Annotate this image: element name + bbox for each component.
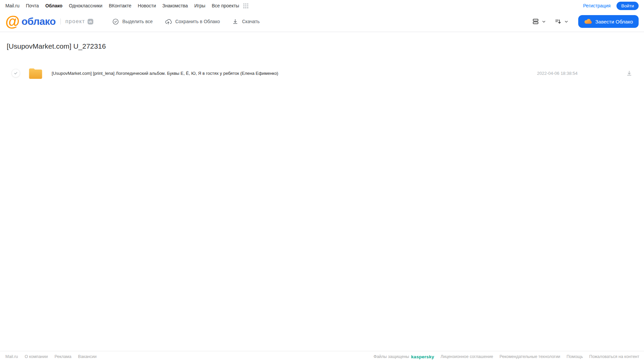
- file-row[interactable]: [UsupovMarket.com] [print_lena] Логопеди…: [0, 66, 644, 81]
- main-content: [UsupovMarket.com] U_272316 [UsupovMarke…: [0, 42, 644, 81]
- list-view-icon: [532, 18, 539, 25]
- topbar: Mail.ru Почта Облако Одноклассники ВКонт…: [0, 0, 644, 11]
- mailru-at-icon: @: [5, 15, 19, 28]
- file-date: 2022-04-06 18:38:54: [537, 71, 578, 76]
- select-all-label: Выделить все: [122, 19, 153, 24]
- check-icon: [13, 71, 18, 75]
- kaspersky-logo[interactable]: kaspersky: [411, 354, 434, 359]
- get-cloud-button[interactable]: Завести Облако: [578, 15, 639, 28]
- topbar-link-novosti[interactable]: Новости: [138, 3, 156, 8]
- topbar-link-pochta[interactable]: Почта: [26, 3, 39, 8]
- download-button[interactable]: Скачать: [232, 18, 260, 25]
- footer-link-recommendation-tech[interactable]: Рекомендательные технологии: [499, 354, 560, 359]
- toolbar: Выделить все Сохранить в Облако Скачать: [112, 18, 260, 25]
- topbar-link-vkontakte[interactable]: ВКонтакте: [109, 3, 131, 8]
- footer-link-jobs[interactable]: Вакансии: [78, 354, 97, 359]
- footer-link-report-content[interactable]: Пожаловаться на контент: [589, 354, 639, 359]
- topbar-link-oblako[interactable]: Облако: [45, 3, 62, 8]
- footer-link-about[interactable]: О компании: [25, 354, 48, 359]
- sort-icon: [554, 18, 562, 25]
- kaspersky-protected: Файлы защищены kaspersky: [374, 354, 434, 359]
- row-checkbox[interactable]: [11, 69, 20, 77]
- header-right: Завести Облако: [532, 15, 639, 28]
- download-icon: [232, 18, 239, 25]
- cloud-upload-icon: [165, 18, 172, 25]
- topbar-link-igry[interactable]: Игры: [194, 3, 205, 8]
- footer-link-license[interactable]: Лицензионное соглашение: [441, 354, 493, 359]
- footer-left: Mail.ru О компании Реклама Вакансии: [5, 354, 97, 359]
- vk-badge-icon: vk: [88, 19, 93, 24]
- header: @ облако проект vk Выделить все Сохранит…: [0, 11, 644, 32]
- file-name[interactable]: [UsupovMarket.com] [print_lena] Логопеди…: [52, 71, 530, 76]
- project-label: проект: [65, 18, 85, 24]
- logo-text: облако: [21, 16, 56, 27]
- folder-icon: [29, 68, 42, 79]
- topbar-right: Регистрация Войти: [583, 2, 639, 10]
- login-button[interactable]: Войти: [616, 2, 639, 10]
- download-label: Скачать: [242, 19, 260, 24]
- page-title: [UsupovMarket.com] U_272316: [7, 42, 637, 50]
- footer: Mail.ru О компании Реклама Вакансии Файл…: [0, 351, 644, 362]
- row-download-icon[interactable]: [625, 69, 633, 77]
- check-circle-icon: [112, 18, 119, 25]
- protected-label: Файлы защищены: [374, 354, 409, 359]
- cloud-logo[interactable]: @ облако проект vk: [5, 15, 93, 28]
- select-all-button[interactable]: Выделить все: [112, 18, 153, 25]
- registration-link[interactable]: Регистрация: [583, 3, 610, 8]
- footer-link-help[interactable]: Помощь: [566, 354, 583, 359]
- footer-link-ads[interactable]: Реклама: [54, 354, 71, 359]
- apps-grid-icon[interactable]: [242, 2, 249, 9]
- get-cloud-label: Завести Облако: [595, 19, 633, 24]
- save-to-cloud-label: Сохранить в Облако: [175, 19, 220, 24]
- footer-right: Файлы защищены kaspersky Лицензионное со…: [374, 354, 639, 359]
- view-mode-button[interactable]: [532, 18, 546, 25]
- topbar-nav: Mail.ru Почта Облако Одноклассники ВКонт…: [5, 3, 239, 8]
- project-wrap: проект vk: [60, 18, 93, 24]
- topbar-link-vse-proekty[interactable]: Все проекты: [212, 3, 239, 8]
- footer-link-mailru[interactable]: Mail.ru: [5, 354, 18, 359]
- sort-button[interactable]: [554, 18, 569, 25]
- save-to-cloud-button[interactable]: Сохранить в Облако: [165, 18, 220, 25]
- topbar-link-odnoklassniki[interactable]: Одноклассники: [69, 3, 102, 8]
- chevron-down-icon: [541, 19, 546, 24]
- chevron-down-icon: [564, 19, 569, 24]
- topbar-link-mailru[interactable]: Mail.ru: [5, 3, 19, 8]
- topbar-link-znakomstva[interactable]: Знакомства: [162, 3, 188, 8]
- cloud-icon: [584, 18, 592, 25]
